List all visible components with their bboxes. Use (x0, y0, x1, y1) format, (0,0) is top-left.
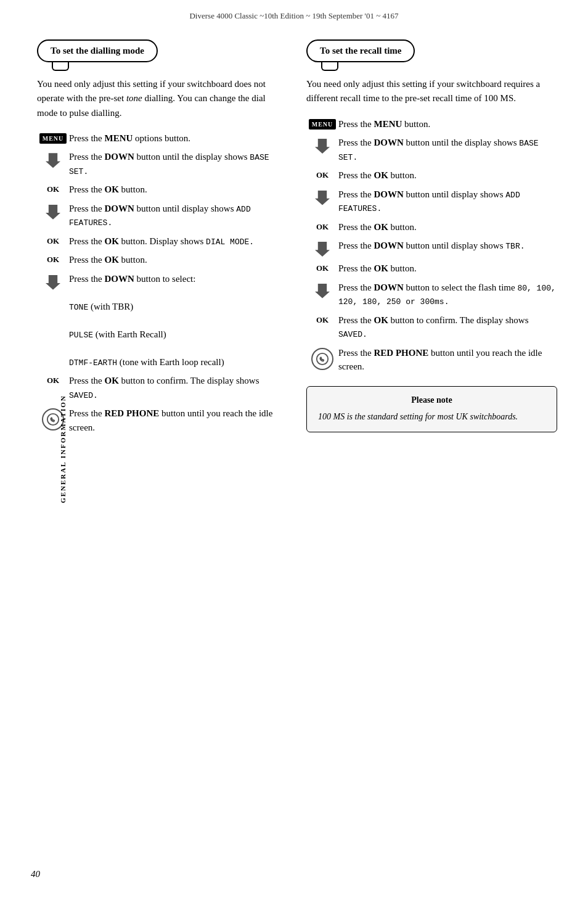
sidebar-label: GENERAL INFORMATION (59, 395, 67, 503)
arrow-icon-cell-2 (37, 202, 69, 220)
r-menu-icon-cell: MENU (306, 117, 338, 130)
ok-badge: OK (316, 263, 329, 273)
step-text: Press the MENU options button. (69, 131, 288, 146)
left-steps: MENU Press the MENU options button. Pres… (37, 131, 288, 435)
step-phone: Press the RED PHONE button until you rea… (37, 406, 288, 434)
r-ok-icon-cell-4: OK (306, 313, 338, 325)
ok-icon-cell-4: OK (37, 374, 69, 385)
menu-icon-cell: MENU (37, 131, 69, 144)
step-text: Press the DOWN button until the display … (338, 136, 557, 163)
header-title: Diverse 4000 Classic ~10th Edition ~ 19t… (189, 11, 398, 20)
arrow-icon-cell-1 (37, 150, 69, 168)
ok-badge: OK (316, 222, 329, 232)
r-phone-icon (311, 348, 333, 370)
step-text: Press the OK button. (338, 168, 557, 183)
step-text: Press the DOWN button until display show… (338, 187, 557, 215)
left-chevron-icon (52, 62, 69, 71)
ok-badge: OK (47, 184, 59, 194)
left-section-title: To set the dialling mode (37, 39, 158, 62)
r-step-down-2: Press the DOWN button until display show… (306, 187, 557, 215)
step-text: Press the OK button to confirm. The disp… (338, 313, 557, 341)
menu-badge: MENU (39, 133, 67, 144)
step-ok-1: OK Press the OK button. (37, 183, 288, 197)
step-text: Press the RED PHONE button until you rea… (69, 406, 288, 434)
step-text: Press the DOWN button to select the flas… (338, 281, 557, 308)
r-arrow-icon-cell-3 (306, 239, 338, 257)
please-note-text: 100 MS is the standard setting for most … (318, 410, 545, 423)
step-text: Press the OK button. (69, 183, 288, 197)
step-down-2: Press the DOWN button until display show… (37, 202, 288, 229)
arrow-down-icon (46, 275, 60, 290)
step-text: Press the DOWN button until the display … (69, 150, 288, 178)
r-step-ok-2: OK Press the OK button. (306, 220, 557, 234)
step-text: Press the DOWN button until display show… (69, 202, 288, 229)
arrow-icon-cell-3 (37, 272, 69, 290)
ok-badge: OK (47, 255, 59, 265)
step-text: Press the OK button to confirm. The disp… (69, 374, 288, 402)
step-menu: MENU Press the MENU options button. (37, 131, 288, 146)
right-steps: MENU Press the MENU button. Press the DO… (306, 117, 557, 374)
r-menu-badge: MENU (309, 119, 337, 130)
ok-icon-cell-3: OK (37, 253, 69, 265)
arrow-down-icon (315, 242, 330, 257)
ok-badge: OK (47, 376, 59, 385)
r-step-ok-1: OK Press the OK button. (306, 168, 557, 183)
right-intro-text: You need only adjust this setting if you… (306, 77, 557, 106)
svg-point-1 (317, 353, 328, 364)
right-section: To set the recall time You need only adj… (306, 39, 557, 439)
r-step-phone: Press the RED PHONE button until you rea… (306, 346, 557, 374)
ok-icon-cell-1: OK (37, 183, 69, 194)
r-step-ok-confirm: OK Press the OK button to confirm. The d… (306, 313, 557, 341)
left-section-header-wrap: To set the dialling mode (37, 39, 288, 71)
right-section-header-wrap: To set the recall time (306, 39, 557, 71)
r-step-down-1: Press the DOWN button until the display … (306, 136, 557, 163)
step-down-1: Press the DOWN button until the display … (37, 150, 288, 178)
r-step-down-3: Press the DOWN button until display show… (306, 239, 557, 257)
please-note-title: Please note (318, 395, 545, 405)
step-text: Press the MENU button. (338, 117, 557, 131)
r-arrow-icon-cell-4 (306, 281, 338, 299)
step-text: Press the DOWN button until display show… (338, 239, 557, 253)
r-step-ok-3: OK Press the OK button. (306, 262, 557, 276)
step-down-select: Press the DOWN button to select: TONE (w… (37, 272, 288, 369)
step-text: Press the RED PHONE button until you rea… (338, 346, 557, 374)
ok-badge: OK (316, 315, 329, 325)
step-ok-confirm: OK Press the OK button to confirm. The d… (37, 374, 288, 402)
step-text: Press the OK button. Display shows DIAL … (69, 234, 288, 249)
arrow-down-icon (46, 153, 60, 168)
r-ok-icon-cell-2: OK (306, 220, 338, 232)
right-chevron-icon (321, 62, 338, 71)
arrow-down-icon (315, 191, 330, 205)
arrow-down-icon (315, 139, 330, 154)
step-ok-3: OK Press the OK button. (37, 253, 288, 267)
r-step-menu: MENU Press the MENU button. (306, 117, 557, 131)
r-step-down-4: Press the DOWN button to select the flas… (306, 281, 557, 308)
page-header: Diverse 4000 Classic ~10th Edition ~ 19t… (0, 0, 588, 27)
r-arrow-icon-cell-1 (306, 136, 338, 154)
ok-icon-cell-2: OK (37, 234, 69, 246)
r-ok-icon-cell-3: OK (306, 262, 338, 273)
r-arrow-icon-cell-2 (306, 187, 338, 205)
r-ok-icon-cell-1: OK (306, 168, 338, 180)
please-note-box: Please note 100 MS is the standard setti… (306, 386, 557, 432)
page-number: 40 (31, 869, 40, 879)
left-intro-text: You need only adjust this setting if you… (37, 77, 288, 120)
svg-point-0 (47, 414, 59, 425)
left-section: To set the dialling mode You need only a… (37, 39, 288, 439)
step-text: Press the OK button. (338, 262, 557, 276)
arrow-down-icon (315, 284, 330, 299)
step-text: Press the DOWN button to select: TONE (w… (69, 272, 288, 369)
ok-badge: OK (316, 170, 329, 180)
step-text: Press the OK button. (69, 253, 288, 267)
step-text: Press the OK button. (338, 220, 557, 234)
r-phone-icon-cell (306, 346, 338, 370)
arrow-down-icon (46, 205, 60, 220)
step-ok-2: OK Press the OK button. Display shows DI… (37, 234, 288, 249)
ok-badge: OK (47, 236, 59, 246)
right-section-title: To set the recall time (306, 39, 415, 62)
